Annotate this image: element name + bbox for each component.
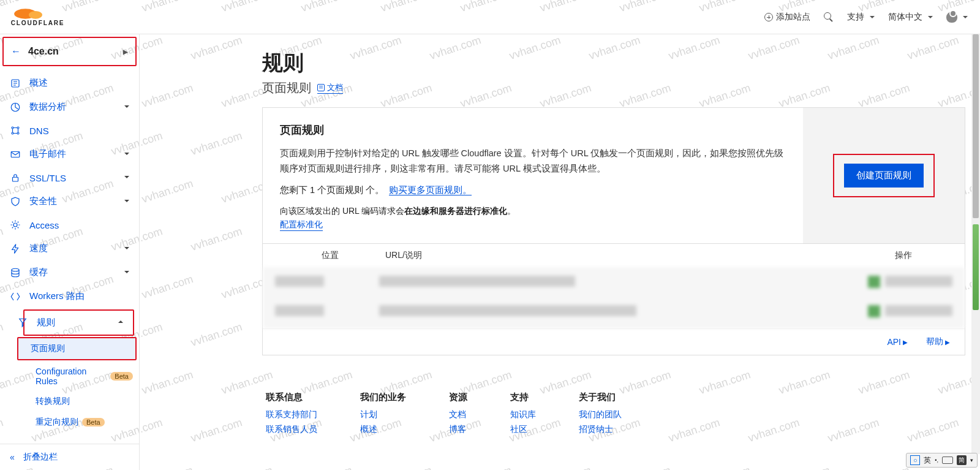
top-right-menu: 添加站点 支持 简体中文 [764,12,968,23]
nav-page-rules[interactable]: 页面规则 [18,338,135,359]
back-arrow-icon: ← [11,46,21,57]
workers-icon [10,291,21,302]
footer-support-h: 支持 [510,392,536,403]
footer-support-l1[interactable]: 知识库 [510,409,536,420]
collapse-icon: « [10,452,15,462]
config-normalize-link[interactable]: 配置标准化 [280,219,323,231]
support-menu[interactable]: 支持 [847,12,875,23]
cta-panel: 创建页面规则 [803,108,965,243]
chevron-down-icon [124,152,129,157]
footer-business-l1[interactable]: 计划 [360,409,406,420]
create-page-rule-button[interactable]: 创建页面规则 [844,164,924,188]
nav-cache[interactable]: 缓存 [0,260,139,284]
cloudflare-logo[interactable]: CLOUDFLARE [9,5,76,29]
remaining-row: 您剩下 1 个页面规则 个。 购买更多页面规则。 [280,184,786,196]
scrollbar-thumb[interactable] [973,34,979,218]
nav-transform-rules[interactable]: 转换规则 [29,391,139,412]
search-icon [824,12,834,22]
account-menu[interactable] [946,12,968,23]
nav-config-rules[interactable]: Configuration Rules Beta [29,362,139,391]
footer-contact-l1[interactable]: 联系支持部门 [266,409,317,420]
support-label: 支持 [847,12,864,23]
chevron-right-icon: ▶ [945,339,950,346]
add-site-button[interactable]: 添加站点 [764,12,810,23]
language-menu[interactable]: 简体中文 [888,12,933,23]
sidebar-nav: 概述 数据分析 DNS 电子邮件 SSL/TLS [0,70,139,444]
buy-more-link[interactable]: 购买更多页面规则。 [389,185,472,195]
domain-name: 4ce.cn [28,46,59,57]
footer-contact-l2[interactable]: 联系销售人员 [266,424,317,435]
footer-resources-l2[interactable]: 博客 [449,424,467,435]
nav-access[interactable]: Access [0,213,139,237]
doc-icon [317,84,325,91]
domain-selector[interactable]: ← 4ce.cn ▶ [2,37,137,66]
col-position: 位置 [275,250,385,261]
nav-security[interactable]: 安全性 [0,189,139,213]
ime-mode-icon[interactable]: ○ [910,455,920,465]
ime-bar[interactable]: ○ 英 •, 简 ▾ [906,453,978,468]
scrollbar[interactable] [971,34,980,454]
email-icon [10,149,21,160]
normalize-post: 。 [507,206,516,216]
footer-business-l2[interactable]: 概述 [360,424,406,435]
nav-rules-label: 规则 [37,317,55,328]
scrollbar-thumb-overlay[interactable] [973,224,979,310]
ime-charset[interactable]: 简 [957,455,967,465]
col-action: 操作 [854,250,952,261]
svg-rect-9 [11,151,20,157]
search-button[interactable] [824,12,834,22]
nav-ssl[interactable]: SSL/TLS [0,166,139,189]
ime-punct-icon[interactable]: •, [935,457,938,463]
nav-overview[interactable]: 概述 [0,71,139,95]
nav-rules-sub: Configuration Rules Beta 转换规则 重定向规则 Beta [0,362,139,433]
collapse-label: 折叠边栏 [23,452,58,463]
api-label: API [887,337,901,347]
svg-point-11 [13,223,17,227]
ime-lang[interactable]: 英 [924,455,931,466]
footer-resources-l1[interactable]: 文档 [449,409,467,420]
normalize-bold: 在边缘和服务器进行标准化 [404,206,507,216]
chevron-down-icon [124,199,129,204]
nav-speed[interactable]: 速度 [0,237,139,260]
page-footer: 联系信息 联系支持部门 联系销售人员 我们的业务 计划 概述 资源 文档 博客 … [262,380,965,457]
chevron-right-icon: ▶ [903,339,908,346]
nav-access-label: Access [29,220,59,230]
nav-cache-label: 缓存 [29,267,48,278]
footer-resources-h: 资源 [449,392,467,403]
overview-icon [10,78,21,89]
nav-dns[interactable]: DNS [0,119,139,142]
sidebar: ← 4ce.cn ▶ 概述 数据分析 DNS 电子邮件 [0,34,140,470]
rules-icon [17,317,28,328]
doc-link-label: 文档 [327,82,343,93]
nav-redirect-rules[interactable]: 重定向规则 Beta [29,412,139,433]
cta-highlight: 创建页面规则 [833,154,935,197]
nav-email[interactable]: 电子邮件 [0,142,139,166]
nav-rules[interactable]: 规则 [23,309,134,336]
footer-contact-h: 联系信息 [266,392,317,403]
help-link[interactable]: 帮助▶ [926,336,950,347]
nav-workers[interactable]: Workers 路由 [0,284,139,308]
footer-resources: 资源 文档 博客 [449,392,467,439]
nav-ssl-label: SSL/TLS [29,173,66,183]
collapse-sidebar[interactable]: « 折叠边栏 [0,444,139,470]
col-url: URL/说明 [385,250,854,261]
footer-about: 关于我们 我们的团队 招贤纳士 [579,392,622,439]
footer-support-l2[interactable]: 社区 [510,424,536,435]
chevron-down-icon [124,270,129,275]
svg-point-7 [12,132,13,134]
api-link[interactable]: API▶ [887,336,908,347]
language-label: 简体中文 [888,12,922,23]
chevron-up-icon [118,320,123,325]
page-subtitle-row: 页面规则 文档 [262,80,965,96]
footer-about-l2[interactable]: 招贤纳士 [579,424,622,435]
chevron-down-icon[interactable]: ▾ [970,457,973,463]
keyboard-icon[interactable] [942,457,953,464]
lock-icon [10,172,21,183]
svg-point-8 [17,132,19,134]
footer-about-l1[interactable]: 我们的团队 [579,409,622,420]
nav-analytics[interactable]: 数据分析 [0,95,139,119]
svg-rect-10 [13,177,18,181]
doc-link[interactable]: 文档 [317,82,343,94]
svg-point-6 [17,127,19,129]
card-desc: 页面规则用于控制针对给定的 URL 触发哪些 Cloudflare 设置。针对每… [280,146,786,176]
